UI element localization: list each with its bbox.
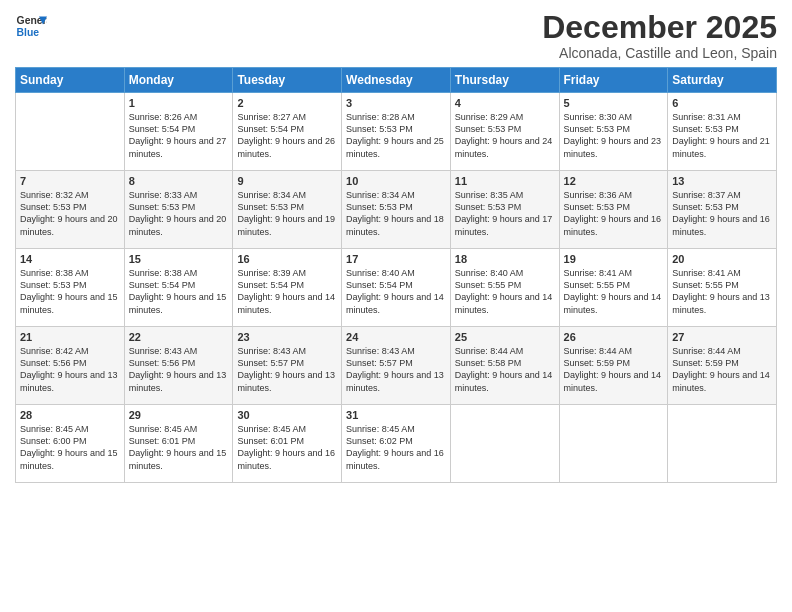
week-row-4: 21 Sunrise: 8:42 AMSunset: 5:56 PMDaylig… — [16, 327, 777, 405]
logo: General Blue — [15, 10, 47, 42]
day-number: 2 — [237, 97, 337, 109]
day-cell: 29 Sunrise: 8:45 AMSunset: 6:01 PMDaylig… — [124, 405, 233, 483]
day-info: Sunrise: 8:43 AMSunset: 5:57 PMDaylight:… — [237, 345, 337, 394]
day-info: Sunrise: 8:45 AMSunset: 6:01 PMDaylight:… — [237, 423, 337, 472]
day-info: Sunrise: 8:31 AMSunset: 5:53 PMDaylight:… — [672, 111, 772, 160]
day-cell: 6 Sunrise: 8:31 AMSunset: 5:53 PMDayligh… — [668, 93, 777, 171]
day-number: 5 — [564, 97, 664, 109]
header-saturday: Saturday — [668, 68, 777, 93]
day-cell: 14 Sunrise: 8:38 AMSunset: 5:53 PMDaylig… — [16, 249, 125, 327]
day-cell: 17 Sunrise: 8:40 AMSunset: 5:54 PMDaylig… — [342, 249, 451, 327]
calendar-title: December 2025 — [542, 10, 777, 45]
day-number: 9 — [237, 175, 337, 187]
day-number: 24 — [346, 331, 446, 343]
day-cell: 25 Sunrise: 8:44 AMSunset: 5:58 PMDaylig… — [450, 327, 559, 405]
day-cell: 21 Sunrise: 8:42 AMSunset: 5:56 PMDaylig… — [16, 327, 125, 405]
day-number: 3 — [346, 97, 446, 109]
day-info: Sunrise: 8:26 AMSunset: 5:54 PMDaylight:… — [129, 111, 229, 160]
header-thursday: Thursday — [450, 68, 559, 93]
day-info: Sunrise: 8:27 AMSunset: 5:54 PMDaylight:… — [237, 111, 337, 160]
day-info: Sunrise: 8:44 AMSunset: 5:59 PMDaylight:… — [672, 345, 772, 394]
day-number: 25 — [455, 331, 555, 343]
day-number: 23 — [237, 331, 337, 343]
day-info: Sunrise: 8:44 AMSunset: 5:58 PMDaylight:… — [455, 345, 555, 394]
day-info: Sunrise: 8:44 AMSunset: 5:59 PMDaylight:… — [564, 345, 664, 394]
day-cell — [668, 405, 777, 483]
day-cell — [16, 93, 125, 171]
day-info: Sunrise: 8:43 AMSunset: 5:56 PMDaylight:… — [129, 345, 229, 394]
day-cell: 18 Sunrise: 8:40 AMSunset: 5:55 PMDaylig… — [450, 249, 559, 327]
day-cell: 3 Sunrise: 8:28 AMSunset: 5:53 PMDayligh… — [342, 93, 451, 171]
day-cell: 24 Sunrise: 8:43 AMSunset: 5:57 PMDaylig… — [342, 327, 451, 405]
day-info: Sunrise: 8:42 AMSunset: 5:56 PMDaylight:… — [20, 345, 120, 394]
day-cell — [450, 405, 559, 483]
day-number: 7 — [20, 175, 120, 187]
day-cell: 8 Sunrise: 8:33 AMSunset: 5:53 PMDayligh… — [124, 171, 233, 249]
day-number: 19 — [564, 253, 664, 265]
day-info: Sunrise: 8:34 AMSunset: 5:53 PMDaylight:… — [237, 189, 337, 238]
header-tuesday: Tuesday — [233, 68, 342, 93]
day-number: 12 — [564, 175, 664, 187]
day-info: Sunrise: 8:28 AMSunset: 5:53 PMDaylight:… — [346, 111, 446, 160]
week-row-1: 1 Sunrise: 8:26 AMSunset: 5:54 PMDayligh… — [16, 93, 777, 171]
day-info: Sunrise: 8:45 AMSunset: 6:02 PMDaylight:… — [346, 423, 446, 472]
day-number: 18 — [455, 253, 555, 265]
day-info: Sunrise: 8:41 AMSunset: 5:55 PMDaylight:… — [672, 267, 772, 316]
day-info: Sunrise: 8:36 AMSunset: 5:53 PMDaylight:… — [564, 189, 664, 238]
header-monday: Monday — [124, 68, 233, 93]
week-row-5: 28 Sunrise: 8:45 AMSunset: 6:00 PMDaylig… — [16, 405, 777, 483]
day-info: Sunrise: 8:33 AMSunset: 5:53 PMDaylight:… — [129, 189, 229, 238]
day-info: Sunrise: 8:34 AMSunset: 5:53 PMDaylight:… — [346, 189, 446, 238]
header: General Blue December 2025 Alconada, Cas… — [15, 10, 777, 61]
day-number: 1 — [129, 97, 229, 109]
day-cell: 5 Sunrise: 8:30 AMSunset: 5:53 PMDayligh… — [559, 93, 668, 171]
day-number: 6 — [672, 97, 772, 109]
day-cell: 4 Sunrise: 8:29 AMSunset: 5:53 PMDayligh… — [450, 93, 559, 171]
day-info: Sunrise: 8:40 AMSunset: 5:54 PMDaylight:… — [346, 267, 446, 316]
day-number: 15 — [129, 253, 229, 265]
day-number: 31 — [346, 409, 446, 421]
day-cell — [559, 405, 668, 483]
day-cell: 30 Sunrise: 8:45 AMSunset: 6:01 PMDaylig… — [233, 405, 342, 483]
header-sunday: Sunday — [16, 68, 125, 93]
day-cell: 2 Sunrise: 8:27 AMSunset: 5:54 PMDayligh… — [233, 93, 342, 171]
day-info: Sunrise: 8:38 AMSunset: 5:53 PMDaylight:… — [20, 267, 120, 316]
calendar-subtitle: Alconada, Castille and Leon, Spain — [542, 45, 777, 61]
day-info: Sunrise: 8:30 AMSunset: 5:53 PMDaylight:… — [564, 111, 664, 160]
day-cell: 9 Sunrise: 8:34 AMSunset: 5:53 PMDayligh… — [233, 171, 342, 249]
day-cell: 28 Sunrise: 8:45 AMSunset: 6:00 PMDaylig… — [16, 405, 125, 483]
day-cell: 23 Sunrise: 8:43 AMSunset: 5:57 PMDaylig… — [233, 327, 342, 405]
week-row-2: 7 Sunrise: 8:32 AMSunset: 5:53 PMDayligh… — [16, 171, 777, 249]
day-number: 22 — [129, 331, 229, 343]
day-cell: 22 Sunrise: 8:43 AMSunset: 5:56 PMDaylig… — [124, 327, 233, 405]
logo-icon: General Blue — [15, 10, 47, 42]
day-info: Sunrise: 8:37 AMSunset: 5:53 PMDaylight:… — [672, 189, 772, 238]
day-number: 4 — [455, 97, 555, 109]
title-block: December 2025 Alconada, Castille and Leo… — [542, 10, 777, 61]
day-cell: 11 Sunrise: 8:35 AMSunset: 5:53 PMDaylig… — [450, 171, 559, 249]
day-cell: 16 Sunrise: 8:39 AMSunset: 5:54 PMDaylig… — [233, 249, 342, 327]
day-number: 30 — [237, 409, 337, 421]
calendar-page: General Blue December 2025 Alconada, Cas… — [0, 0, 792, 612]
day-cell: 15 Sunrise: 8:38 AMSunset: 5:54 PMDaylig… — [124, 249, 233, 327]
header-friday: Friday — [559, 68, 668, 93]
day-cell: 13 Sunrise: 8:37 AMSunset: 5:53 PMDaylig… — [668, 171, 777, 249]
day-cell: 12 Sunrise: 8:36 AMSunset: 5:53 PMDaylig… — [559, 171, 668, 249]
day-cell: 1 Sunrise: 8:26 AMSunset: 5:54 PMDayligh… — [124, 93, 233, 171]
day-cell: 20 Sunrise: 8:41 AMSunset: 5:55 PMDaylig… — [668, 249, 777, 327]
day-cell: 7 Sunrise: 8:32 AMSunset: 5:53 PMDayligh… — [16, 171, 125, 249]
day-number: 13 — [672, 175, 772, 187]
day-cell: 19 Sunrise: 8:41 AMSunset: 5:55 PMDaylig… — [559, 249, 668, 327]
day-number: 28 — [20, 409, 120, 421]
day-number: 8 — [129, 175, 229, 187]
day-number: 17 — [346, 253, 446, 265]
days-header-row: Sunday Monday Tuesday Wednesday Thursday… — [16, 68, 777, 93]
day-number: 29 — [129, 409, 229, 421]
day-number: 10 — [346, 175, 446, 187]
day-info: Sunrise: 8:41 AMSunset: 5:55 PMDaylight:… — [564, 267, 664, 316]
day-cell: 31 Sunrise: 8:45 AMSunset: 6:02 PMDaylig… — [342, 405, 451, 483]
day-number: 11 — [455, 175, 555, 187]
day-number: 27 — [672, 331, 772, 343]
day-info: Sunrise: 8:43 AMSunset: 5:57 PMDaylight:… — [346, 345, 446, 394]
svg-text:Blue: Blue — [17, 27, 40, 38]
